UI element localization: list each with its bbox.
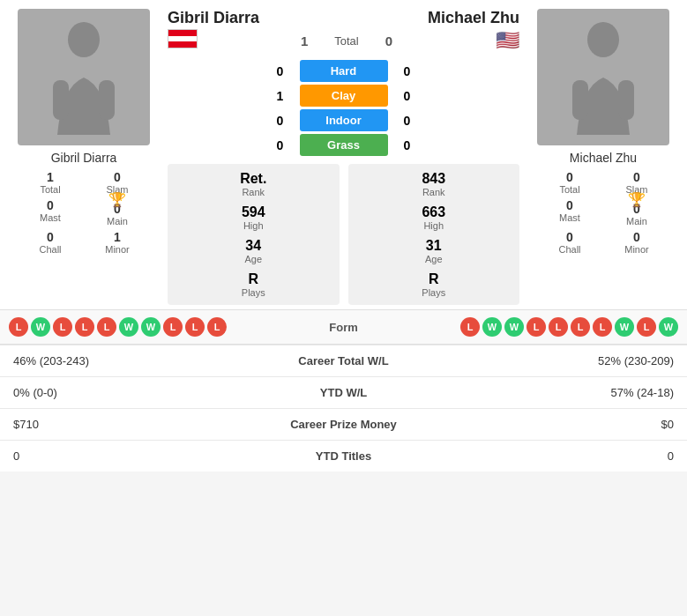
right-total-stat: 0 Total <box>541 170 598 195</box>
court-right-score-3: 0 <box>399 138 416 152</box>
court-right-score-0: 0 <box>399 64 416 78</box>
form-badge-l: L <box>637 317 656 337</box>
right-info-panel: 843 Rank 663 High 31 Age R Plays <box>348 164 520 305</box>
left-high-item: 594 High <box>242 204 265 231</box>
right-chall-stat: 0 Chall <box>541 230 598 255</box>
right-trophy-icon: 🏆 <box>628 191 646 208</box>
left-name-header: Gibril Diarra <box>168 9 259 27</box>
form-badge-w: W <box>504 317 524 337</box>
stats-row-1: 0% (0-0) YTD W/L 57% (24-18) <box>0 377 687 409</box>
court-badge-grass: Grass <box>300 134 388 156</box>
form-badge-w: W <box>119 317 138 337</box>
stats-right-2: $0 <box>479 409 687 441</box>
stats-table: 46% (203-243) Career Total W/L 52% (230-… <box>0 345 687 471</box>
stats-right-0: 52% (230-209) <box>479 345 687 377</box>
court-left-score-3: 0 <box>272 138 289 152</box>
form-badge-l: L <box>526 317 546 337</box>
stats-right-3: 0 <box>479 441 687 472</box>
court-row-indoor: 0 Indoor 0 <box>168 109 519 131</box>
right-rank-item: 843 Rank <box>422 171 445 197</box>
left-chall-stat: 0 Chall <box>22 230 78 255</box>
total-right-score: 0 <box>385 33 392 48</box>
right-minor-stat: 0 Minor <box>609 230 665 255</box>
svg-rect-5 <box>618 80 634 120</box>
court-left-score-1: 1 <box>272 89 289 103</box>
left-age-item: 34 Age <box>244 238 262 264</box>
form-badge-l: L <box>163 317 183 337</box>
left-flag <box>168 29 198 52</box>
right-silhouette <box>564 20 643 135</box>
left-main-stat: 🏆 0 Main <box>89 198 146 226</box>
court-left-score-2: 0 <box>272 114 289 128</box>
court-right-score-2: 0 <box>399 114 416 128</box>
left-info-panel: Ret. Rank 594 High 34 Age R Plays <box>168 164 340 305</box>
right-flag: 🇺🇸 <box>496 29 519 52</box>
form-badge-l: L <box>207 317 227 337</box>
svg-rect-1 <box>53 80 69 120</box>
court-badge-hard: Hard <box>300 60 388 82</box>
austria-flag <box>168 29 198 48</box>
court-row-clay: 1 Clay 0 <box>168 85 519 107</box>
left-player-name: Gibril Diarra <box>51 151 117 165</box>
court-badge-clay: Clay <box>300 85 388 107</box>
form-badge-l: L <box>549 317 568 337</box>
total-label: Total <box>334 34 358 48</box>
left-rank-item: Ret. Rank <box>240 171 266 197</box>
left-player-avatar <box>18 9 150 145</box>
stats-center-label-2: Career Prize Money <box>208 409 479 441</box>
left-form-badges: LWLLLWWLLL <box>9 317 227 337</box>
left-mast-stat: 0 Mast <box>22 198 78 226</box>
right-form-badges: LWWLLLLWLW <box>460 317 678 337</box>
form-label: Form <box>317 321 370 334</box>
form-badge-l: L <box>185 317 205 337</box>
form-section: LWLLLWWLLL Form LWWLLLLWLW <box>0 309 687 345</box>
right-age-item: 31 Age <box>425 238 443 264</box>
form-badge-w: W <box>659 317 678 337</box>
form-badge-l: L <box>53 317 72 337</box>
right-plays-item: R Plays <box>422 271 445 298</box>
stats-center-label-0: Career Total W/L <box>208 345 479 377</box>
left-trophy-icon: 🏆 <box>108 191 126 208</box>
form-badge-w: W <box>482 317 502 337</box>
svg-rect-2 <box>99 80 115 120</box>
stats-row-3: 0 YTD Titles 0 <box>0 441 687 472</box>
form-badge-l: L <box>97 317 116 337</box>
form-badge-l: L <box>460 317 480 337</box>
svg-point-0 <box>68 22 100 57</box>
svg-rect-4 <box>572 80 588 120</box>
stats-left-1: 0% (0-0) <box>0 377 208 409</box>
right-player-name: Michael Zhu <box>570 151 637 165</box>
form-badge-l: L <box>571 317 590 337</box>
right-high-item: 663 High <box>422 204 445 231</box>
left-minor-stat: 1 Minor <box>89 230 146 255</box>
form-badge-l: L <box>9 317 28 337</box>
left-total-stat: 1 Total <box>22 170 78 195</box>
court-left-score-0: 0 <box>272 64 289 78</box>
court-badge-indoor: Indoor <box>300 109 388 131</box>
left-plays-item: R Plays <box>242 271 265 298</box>
stats-center-label-3: YTD Titles <box>208 441 479 472</box>
court-row-hard: 0 Hard 0 <box>168 60 519 82</box>
stats-row-0: 46% (203-243) Career Total W/L 52% (230-… <box>0 345 687 377</box>
us-flag: 🇺🇸 <box>496 29 519 51</box>
stats-left-0: 46% (203-243) <box>0 345 208 377</box>
stats-left-2: $710 <box>0 409 208 441</box>
court-row-grass: 0 Grass 0 <box>168 134 519 156</box>
form-badge-w: W <box>141 317 161 337</box>
right-mast-stat: 0 Mast <box>541 198 598 226</box>
form-badge-w: W <box>31 317 50 337</box>
form-badge-w: W <box>615 317 634 337</box>
right-player-avatar <box>537 9 669 145</box>
court-right-score-1: 0 <box>399 89 416 103</box>
main-container: Gibril Diarra 1 Total 0 Slam 0 Mast 🏆 0 <box>0 0 687 471</box>
stats-center-label-1: YTD W/L <box>208 377 479 409</box>
left-silhouette <box>44 20 123 135</box>
stats-row-2: $710 Career Prize Money $0 <box>0 409 687 441</box>
form-badge-l: L <box>75 317 94 337</box>
right-name-header: Michael Zhu <box>428 9 519 27</box>
stats-left-3: 0 <box>0 441 208 472</box>
form-badge-l: L <box>593 317 612 337</box>
svg-point-3 <box>587 22 619 57</box>
total-left-score: 1 <box>301 33 308 48</box>
stats-right-1: 57% (24-18) <box>479 377 687 409</box>
